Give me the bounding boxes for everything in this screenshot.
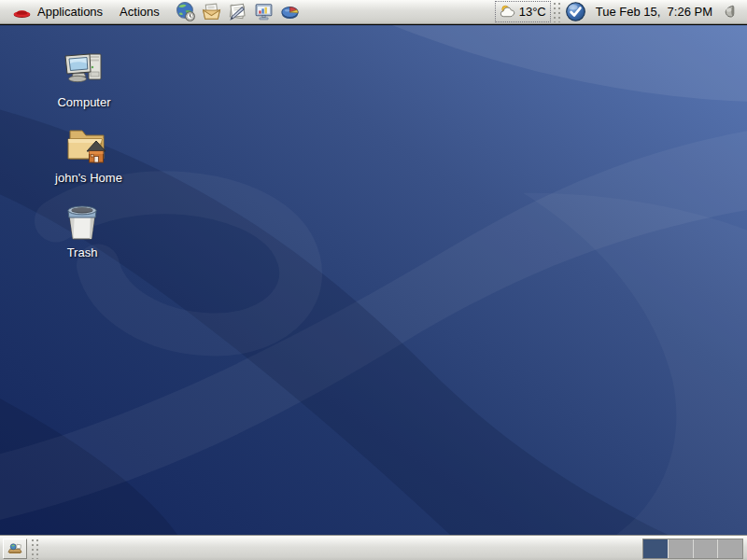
workspace-1[interactable]	[643, 539, 669, 558]
desktop-icon-label: Computer	[57, 95, 110, 109]
update-ok-check-icon	[565, 1, 586, 22]
redhat-fedora-icon	[13, 6, 31, 19]
applications-menu[interactable]: Applications	[5, 1, 111, 23]
applications-menu-label: Applications	[37, 5, 103, 19]
applet-drag-handle[interactable]	[553, 2, 560, 22]
top-panel: Applications Actions	[0, 0, 747, 24]
pie-chart-icon	[279, 1, 301, 22]
chart-launcher[interactable]	[278, 0, 302, 23]
globe-clock-icon	[175, 1, 196, 22]
word-processor-launcher[interactable]	[226, 0, 249, 23]
desktop-icon-label: Trash	[67, 245, 98, 259]
pen-paper-icon	[227, 1, 248, 22]
email-launcher[interactable]	[200, 0, 223, 23]
window-list-drag-handle[interactable]	[31, 539, 38, 559]
clock-text: Tue Feb 15, 7:26 PM	[596, 5, 712, 19]
show-desktop-button[interactable]	[3, 539, 27, 559]
weather-applet[interactable]: 13°C	[495, 1, 551, 22]
show-desktop-icon	[7, 541, 23, 556]
desktop-background[interactable]: Computer john's Home	[0, 25, 747, 535]
presentation-launcher[interactable]	[252, 0, 275, 23]
trash-icon	[60, 200, 105, 243]
speaker-icon	[721, 3, 739, 21]
workspace-switcher	[642, 539, 743, 559]
desktop-icon-label: john's Home	[55, 171, 122, 185]
clock-applet[interactable]: Tue Feb 15, 7:26 PM	[589, 5, 719, 19]
workspace-3[interactable]	[694, 539, 719, 558]
actions-menu[interactable]: Actions	[111, 1, 168, 23]
web-browser-launcher[interactable]	[174, 0, 197, 23]
weather-temperature: 13°C	[519, 5, 546, 19]
update-notifier-applet[interactable]	[562, 1, 589, 22]
partly-cloudy-icon	[500, 4, 517, 20]
bottom-panel	[0, 536, 747, 560]
computer-icon	[62, 48, 106, 92]
workspace-4[interactable]	[718, 539, 742, 558]
envelope-icon	[201, 1, 222, 22]
desktop-icon-computer[interactable]: Computer	[39, 48, 129, 109]
actions-menu-label: Actions	[120, 5, 160, 19]
home-folder-icon	[65, 123, 112, 168]
desktop-icon-trash[interactable]: Trash	[37, 200, 127, 259]
launcher-bar	[174, 0, 302, 23]
workspace-2[interactable]	[669, 539, 694, 558]
volume-applet[interactable]	[719, 3, 742, 21]
screen-chart-icon	[253, 1, 275, 22]
gnome-desktop-screen: Applications Actions	[0, 0, 747, 560]
desktop-icon-home[interactable]: john's Home	[44, 123, 134, 185]
